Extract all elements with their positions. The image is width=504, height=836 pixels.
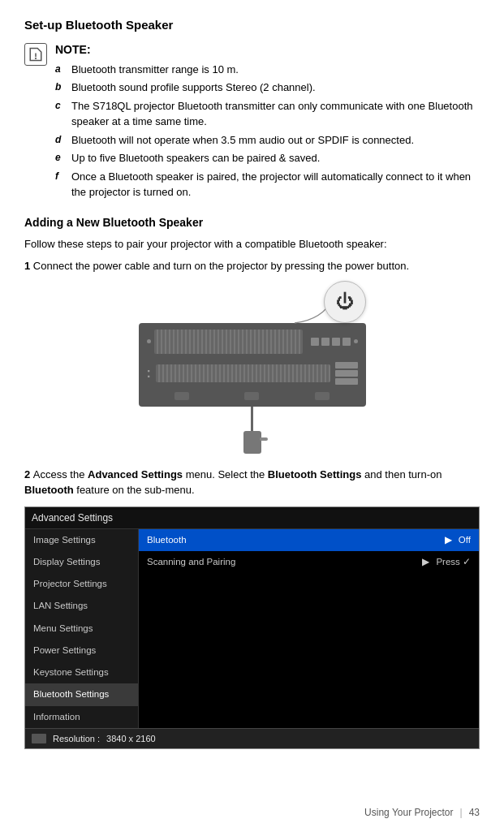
osd-menu: Advanced Settings Image SettingsDisplay … [24,506,480,750]
note-item-text: The S718QL projector Bluetooth transmitt… [71,98,480,130]
osd-sidebar-item[interactable]: LAN Settings [25,595,138,617]
note-item-text: Once a Bluetooth speaker is paired, the … [71,169,480,200]
projector-feet [147,388,358,400]
page-title: Set-up Bluetooth Speaker [24,16,480,35]
resolution-label: Resolution : [53,732,100,746]
osd-main: Bluetooth▶OffScanning and Pairing▶Press … [139,529,479,728]
osd-main-item[interactable]: Bluetooth▶Off [139,529,479,551]
proj-right-btn-3 [335,378,358,385]
note-list-item: cThe S718QL projector Bluetooth transmit… [55,98,480,130]
projector-middle: : [147,359,358,388]
osd-item-label: Scanning and Pairing [147,555,422,569]
note-list-item: fOnce a Bluetooth speaker is paired, the… [55,169,480,200]
osd-item-value: Off [459,533,471,547]
osd-item-arrow: ▶ [422,555,429,569]
intro-text: Follow these steps to pair your projecto… [24,236,480,252]
note-item-text: Bluetooth transmitter range is 10 m. [71,62,239,78]
step-1-text: 1 Connect the power cable and turn on th… [24,258,480,274]
osd-sidebar-item[interactable]: Information [25,706,138,728]
osd-main-item[interactable]: Scanning and Pairing▶Press ✓ [139,551,479,573]
footer-divider: | [460,805,463,820]
page-footer: Using Your Projector | 43 [364,805,480,820]
step-2-after: and then turn-on [361,468,442,480]
step-2-bold3: Bluetooth [24,484,74,496]
osd-item-arrow: ▶ [445,533,452,547]
note-letter: c [55,98,68,113]
note-list-item: eUp to five Bluetooth speakers can be pa… [55,150,480,166]
note-box: NOTE: aBluetooth transmitter range is 10… [24,41,480,203]
proj-btn-4 [342,338,351,346]
step-1: 1 Connect the power cable and turn on th… [24,258,480,454]
proj-btn-2 [321,338,330,346]
cable-plug [243,431,261,454]
proj-btn-3 [332,338,340,346]
osd-sidebar-item[interactable]: Image Settings [25,529,138,551]
step-2-bold1: Advanced Settings [88,468,183,480]
proj-right-btns [335,362,358,385]
note-letter: f [55,169,68,183]
note-list-item: bBluetooth sound profile supports Stereo… [55,80,480,96]
note-label: NOTE: [55,41,480,58]
projector-body: : [139,323,366,407]
note-letter: b [55,80,68,94]
osd-sidebar-item[interactable]: Menu Settings [25,618,138,640]
section-title: Adding a New Bluetooth Speaker [24,214,480,231]
proj-dot-left [147,339,151,343]
osd-resolution-bar: Resolution : 3840 x 2160 [25,728,479,749]
step-2-text: 2 Access the Advanced Settings menu. Sel… [24,467,480,498]
osd-title: Advanced Settings [32,512,113,524]
power-button: ⏻ [324,281,366,323]
resolution-value: 3840 x 2160 [106,732,156,746]
osd-item-value: Press ✓ [436,555,471,569]
proj-buttons-area [311,338,351,346]
projector-top-row [147,330,358,354]
osd-item-label: Bluetooth [147,533,445,547]
proj-right-btn-1 [335,362,358,368]
step-2: 2 Access the Advanced Settings menu. Sel… [24,467,480,750]
step-1-label: Connect the power cable and turn on the … [33,260,409,272]
step-2-mid: menu. Select the [183,468,268,480]
step-2-before: Access the [33,468,88,480]
proj-foot-mid [244,392,259,400]
resolution-icon [32,734,46,743]
proj-vent-main [154,330,303,354]
osd-title-bar: Advanced Settings [25,507,479,529]
note-icon [24,43,47,66]
step-2-num: 2 [24,468,33,480]
osd-sidebar-item[interactable]: Power Settings [25,640,138,661]
osd-body: Image SettingsDisplay SettingsProjector … [25,529,479,728]
footer-page-num: 43 [469,805,480,820]
proj-right-btn-2 [335,370,358,377]
proj-btn-1 [311,338,319,346]
cable-line [251,407,253,431]
proj-dot-right [354,339,358,343]
note-content: NOTE: aBluetooth transmitter range is 10… [55,41,480,203]
note-list-item: aBluetooth transmitter range is 10 m. [55,62,480,78]
osd-sidebar-item[interactable]: Keystone Settings [25,661,138,683]
note-letter: e [55,150,68,165]
projector-diagram: ⏻ : [24,281,480,454]
step-1-num: 1 [24,260,33,272]
note-letter: a [55,62,68,76]
proj-colon: : [147,364,151,383]
cable-connector [243,407,261,454]
svg-point-1 [36,58,37,58]
osd-sidebar-item[interactable]: Bluetooth Settings [25,683,138,705]
bubble-row: ⏻ [139,281,366,323]
note-letter: d [55,132,68,147]
step-2-bold2: Bluetooth Settings [268,468,362,480]
power-icon: ⏻ [336,288,354,315]
note-list: aBluetooth transmitter range is 10 m.bBl… [55,62,480,200]
osd-sidebar-item[interactable]: Display Settings [25,551,138,573]
proj-foot-right [315,392,330,400]
osd-sidebar: Image SettingsDisplay SettingsProjector … [25,529,139,728]
note-list-item: dBluetooth will not operate when 3.5 mm … [55,132,480,149]
osd-sidebar-item[interactable]: Projector Settings [25,573,138,595]
step-2-end: feature on the sub-menu. [74,484,195,496]
proj-vent2 [156,364,330,382]
note-item-text: Bluetooth will not operate when 3.5 mm a… [71,132,414,149]
footer-text: Using Your Projector [364,805,453,820]
proj-foot-left [174,392,189,400]
note-item-text: Bluetooth sound profile supports Stereo … [71,80,316,96]
note-item-text: Up to five Bluetooth speakers can be pai… [71,150,320,166]
